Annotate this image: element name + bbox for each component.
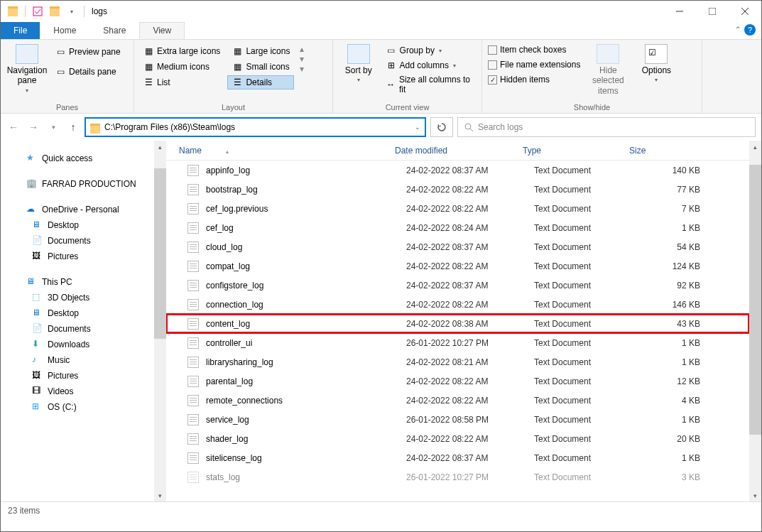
file-row[interactable]: stats_log26-01-2022 10:27 PMText Documen…: [166, 467, 749, 487]
file-type: Text Document: [534, 453, 641, 463]
file-date: 24-02-2022 08:37 AM: [406, 165, 534, 175]
layout-medium[interactable]: ▦Medium icons: [138, 60, 224, 74]
item-check-boxes[interactable]: Item check boxes: [486, 44, 582, 55]
scroll-up-icon[interactable]: ▴: [154, 141, 166, 153]
file-menu[interactable]: File: [1, 22, 40, 39]
file-row[interactable]: connection_log24-02-2022 08:22 AMText Do…: [166, 295, 749, 314]
group-by-button[interactable]: ▭Group by▾: [384, 44, 477, 57]
file-row[interactable]: content_log24-02-2022 08:38 AMText Docum…: [166, 314, 749, 333]
scroll-down-icon[interactable]: ▾: [154, 489, 166, 501]
sidebar-documents[interactable]: 📄Documents: [1, 321, 154, 337]
sidebar-label: OneDrive - Personal: [42, 205, 119, 215]
qat-dropdown-icon[interactable]: ▾: [64, 4, 80, 19]
group-by-icon: ▭: [386, 45, 397, 56]
maximize-button[interactable]: [696, 1, 729, 22]
column-header[interactable]: Name▴ Date modified Type Size: [166, 141, 749, 161]
file-row[interactable]: bootstrap_log24-02-2022 08:22 AMText Doc…: [166, 180, 749, 199]
file-row[interactable]: parental_log24-02-2022 08:22 AMText Docu…: [166, 371, 749, 391]
file-list: Name▴ Date modified Type Size appinfo_lo…: [166, 141, 749, 501]
layout-scroll[interactable]: ▴▾▾: [298, 44, 305, 74]
add-columns-button[interactable]: ⊞Add columns▾: [384, 59, 477, 72]
file-row[interactable]: remote_connections24-02-2022 08:22 AMTex…: [166, 391, 749, 410]
minimize-button[interactable]: [663, 1, 696, 22]
close-button[interactable]: [729, 1, 761, 22]
scroll-down-icon[interactable]: ▾: [749, 489, 761, 501]
sidebar-od-pictures[interactable]: 🖼Pictures: [1, 249, 154, 264]
file-row[interactable]: service_log26-01-2022 08:58 PMText Docum…: [166, 410, 749, 429]
file-scrollbar[interactable]: ▴ ▾: [749, 141, 761, 501]
up-button[interactable]: ↑: [66, 120, 80, 134]
sidebar-downloads[interactable]: ⬇Downloads: [1, 337, 154, 352]
scroll-thumb[interactable]: [154, 168, 166, 339]
file-name: cef_log.previous: [206, 204, 406, 214]
tab-view[interactable]: View: [139, 22, 185, 39]
options-button[interactable]: ☑ Options ▾: [634, 44, 678, 84]
sidebar-pictures[interactable]: 🖼Pictures: [1, 368, 154, 384]
forward-button[interactable]: →: [26, 120, 40, 134]
file-row[interactable]: appinfo_log24-02-2022 08:37 AMText Docum…: [166, 161, 749, 180]
qat-newfolder-icon[interactable]: [47, 4, 62, 19]
address-dropdown-icon[interactable]: ⌄: [415, 124, 420, 131]
file-row[interactable]: sitelicense_log24-02-2022 08:37 AMText D…: [166, 448, 749, 467]
sidebar-this-pc[interactable]: 🖥This PC: [1, 274, 154, 290]
options-label: Options: [642, 65, 671, 75]
file-row[interactable]: cef_log.previous24-02-2022 08:22 AMText …: [166, 199, 749, 218]
tab-share[interactable]: Share: [89, 22, 139, 39]
sidebar-scrollbar[interactable]: ▴ ▾: [154, 141, 166, 501]
col-type[interactable]: Type: [523, 146, 629, 156]
collapse-ribbon-icon[interactable]: ⌃: [734, 25, 741, 35]
file-row[interactable]: configstore_log24-02-2022 08:37 AMText D…: [166, 276, 749, 295]
file-type: Text Document: [534, 357, 641, 367]
sidebar-desktop[interactable]: 🖥Desktop: [1, 305, 154, 321]
col-name[interactable]: Name▴: [166, 146, 395, 156]
help-icon[interactable]: ?: [744, 24, 756, 36]
sidebar-3d-objects[interactable]: ⬚3D Objects: [1, 290, 154, 305]
layout-large[interactable]: ▦Large icons: [227, 44, 294, 58]
scroll-up-icon[interactable]: ▴: [749, 141, 761, 153]
col-date[interactable]: Date modified: [395, 146, 523, 156]
sidebar-os-drive[interactable]: ⊞OS (C:): [1, 399, 154, 415]
navigation-pane-button[interactable]: Navigation pane ▾: [5, 44, 49, 94]
col-size[interactable]: Size: [629, 146, 689, 156]
sidebar-quick-access[interactable]: ★Quick access: [1, 151, 154, 166]
text-file-icon: [187, 357, 199, 368]
back-button[interactable]: ←: [6, 120, 21, 134]
file-row[interactable]: shader_log24-02-2022 08:22 AMText Docume…: [166, 429, 749, 448]
scroll-thumb[interactable]: [749, 165, 761, 435]
sidebar-label: Desktop: [48, 308, 79, 318]
file-name: parental_log: [206, 376, 406, 386]
file-row[interactable]: librarysharing_log24-02-2022 08:21 AMTex…: [166, 352, 749, 371]
refresh-button[interactable]: [430, 117, 453, 137]
sidebar-od-documents[interactable]: 📄Documents: [1, 233, 154, 249]
layout-details[interactable]: ☰Details: [227, 75, 294, 89]
address-input-wrap[interactable]: ⌄: [85, 117, 426, 137]
file-row[interactable]: cef_log24-02-2022 08:24 AMText Document1…: [166, 218, 749, 237]
layout-small[interactable]: ▦Small icons: [227, 60, 294, 74]
tab-home[interactable]: Home: [40, 22, 89, 39]
recent-locations-button[interactable]: ▾: [46, 120, 60, 134]
sidebar-farrad[interactable]: 🏢FARRAD PRODUCTION: [1, 176, 154, 192]
file-date: 24-02-2022 08:21 AM: [406, 357, 534, 367]
file-row[interactable]: compat_log24-02-2022 08:22 AMText Docume…: [166, 256, 749, 276]
sidebar-onedrive[interactable]: ☁OneDrive - Personal: [1, 202, 154, 217]
hidden-items[interactable]: ✓Hidden items: [486, 74, 582, 85]
file-row[interactable]: controller_ui26-01-2022 10:27 PMText Doc…: [166, 333, 749, 352]
preview-pane-button[interactable]: ▭Preview pane: [53, 44, 122, 60]
qat-properties-icon[interactable]: [30, 4, 45, 19]
hide-selected-icon: [597, 44, 619, 64]
sidebar-videos[interactable]: 🎞Videos: [1, 384, 154, 399]
hide-selected-button[interactable]: Hide selected items: [586, 44, 630, 96]
details-pane-button[interactable]: ▭Details pane: [53, 64, 122, 80]
sidebar-od-desktop[interactable]: 🖥Desktop: [1, 217, 154, 233]
file-row[interactable]: cloud_log24-02-2022 08:37 AMText Documen…: [166, 237, 749, 256]
layout-list[interactable]: ☰List: [138, 75, 224, 89]
sort-asc-icon: ▴: [226, 148, 229, 155]
search-box[interactable]: Search logs: [457, 117, 756, 137]
address-input[interactable]: [104, 122, 410, 132]
layout-extra-large[interactable]: ▦Extra large icons: [138, 44, 224, 58]
sort-by-button[interactable]: Sort by ▾: [337, 44, 380, 84]
size-columns-button[interactable]: ↔Size all columns to fit: [384, 74, 477, 95]
chevron-down-icon: ▾: [26, 87, 28, 94]
sidebar-music[interactable]: ♪Music: [1, 352, 154, 368]
file-name-extensions[interactable]: File name extensions: [486, 59, 582, 70]
